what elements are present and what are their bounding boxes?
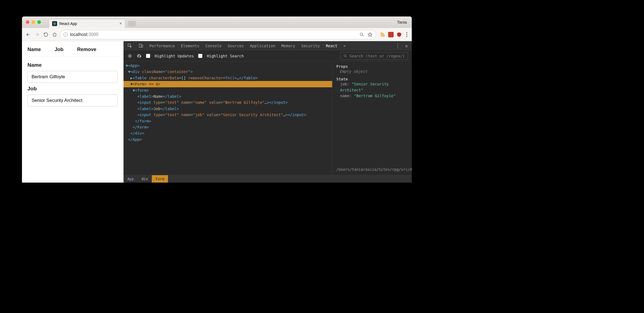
minimize-window-button[interactable]: [32, 20, 35, 24]
react-favicon: [52, 21, 57, 26]
tab-memory[interactable]: Memory: [281, 44, 295, 48]
close-window-button[interactable]: [26, 20, 29, 24]
browser-tab[interactable]: React App ×: [49, 19, 125, 28]
devtools-close-icon[interactable]: ×: [405, 43, 408, 49]
breadcrumb: App div Form: [124, 175, 412, 183]
crumb-app[interactable]: App: [124, 177, 138, 181]
job-label: Job: [27, 86, 118, 92]
component-tree[interactable]: ▼<App> ▼<div className="container"> ▶<Ta…: [124, 62, 332, 175]
state-name: name: "Bertram Gilfoyle": [336, 93, 408, 99]
tab-console[interactable]: Console: [205, 44, 222, 48]
col-job: Job: [55, 47, 63, 52]
react-toolbar: Highlight Updates Highlight Search Searc…: [124, 51, 412, 62]
ublock-icon[interactable]: [396, 32, 402, 37]
react-search-input[interactable]: Search (text or /regex/): [340, 52, 408, 60]
highlight-search-label: Highlight Search: [207, 54, 244, 58]
app-page: Name Job Remove Name Job: [22, 41, 124, 183]
source-path[interactable]: /Users/taniarascia/Sites/rpg/src/App.js:…: [336, 167, 408, 172]
reload-button[interactable]: [42, 31, 49, 38]
tab-title: React App: [59, 21, 77, 26]
close-tab-icon[interactable]: ×: [119, 21, 122, 26]
table-header-row: Name Job Remove: [27, 45, 118, 56]
tab-performance[interactable]: Performance: [149, 44, 175, 48]
content-area: Name Job Remove Name Job Performance Ele…: [22, 41, 412, 183]
gear-icon[interactable]: [137, 54, 142, 58]
highlight-search-checkbox[interactable]: [198, 54, 202, 58]
new-tab-button[interactable]: [128, 21, 136, 26]
props-heading: Props: [336, 64, 408, 69]
extensions: [378, 32, 409, 37]
extension-icon[interactable]: [388, 32, 394, 37]
props-empty: Empty object: [340, 69, 408, 74]
devtools: Performance Elements Console Sources App…: [124, 41, 412, 183]
svg-rect-7: [139, 44, 141, 47]
search-placeholder: Search (text or /regex/): [349, 54, 405, 58]
profile-name[interactable]: Tania: [397, 20, 407, 24]
devtools-menu-button[interactable]: [396, 43, 400, 48]
browser-menu-button[interactable]: [405, 32, 409, 37]
svg-point-4: [360, 33, 363, 35]
browser-window: React App × Tania i localhost:3000: [22, 16, 412, 183]
divider: [27, 56, 118, 57]
name-input[interactable]: [27, 71, 118, 83]
react-side-panel: Props Empty object State job: "Senior Se…: [332, 62, 412, 175]
job-input[interactable]: [27, 94, 118, 107]
home-button[interactable]: [51, 31, 58, 38]
url-host: localhost: [70, 32, 87, 37]
state-heading: State: [336, 77, 408, 81]
inspect-icon[interactable]: [127, 43, 132, 48]
url-port: :3000: [87, 32, 98, 37]
tab-sources[interactable]: Sources: [228, 44, 244, 48]
bookmark-icon[interactable]: [368, 32, 373, 37]
more-tabs-icon[interactable]: »: [343, 44, 346, 48]
back-button[interactable]: [25, 31, 32, 38]
svg-point-10: [130, 55, 130, 56]
omnibox[interactable]: i localhost:3000: [60, 30, 376, 39]
svg-point-11: [344, 55, 346, 57]
state-job: job: "Senior Security Architect": [336, 81, 408, 93]
device-icon[interactable]: [138, 43, 143, 48]
maximize-window-button[interactable]: [37, 20, 41, 24]
window-controls: [26, 20, 41, 24]
forward-button[interactable]: [33, 31, 41, 38]
tab-application[interactable]: Application: [250, 44, 275, 48]
devtools-tabstrip: Performance Elements Console Sources App…: [124, 41, 412, 51]
react-panel-body: ▼<App> ▼<div className="container"> ▶<Ta…: [124, 62, 412, 175]
col-remove: Remove: [77, 47, 96, 52]
highlight-updates-checkbox[interactable]: [146, 54, 150, 58]
tab-elements[interactable]: Elements: [181, 44, 199, 48]
titlebar: React App × Tania: [22, 16, 412, 28]
url-bar: i localhost:3000: [22, 28, 412, 41]
svg-point-5: [380, 35, 382, 37]
site-info-icon[interactable]: i: [63, 32, 68, 37]
col-name: Name: [27, 47, 41, 52]
tab-security[interactable]: Security: [301, 44, 320, 48]
crumb-div[interactable]: div: [138, 177, 152, 181]
highlight-updates-label: Highlight Updates: [155, 54, 194, 58]
svg-rect-8: [141, 45, 143, 47]
zoom-icon[interactable]: [359, 32, 364, 37]
name-label: Name: [27, 62, 118, 68]
target-icon[interactable]: [127, 54, 132, 58]
svg-point-0: [54, 23, 55, 24]
rss-icon[interactable]: [380, 32, 385, 37]
tab-react[interactable]: React: [326, 44, 337, 48]
crumb-form[interactable]: Form: [152, 175, 168, 183]
